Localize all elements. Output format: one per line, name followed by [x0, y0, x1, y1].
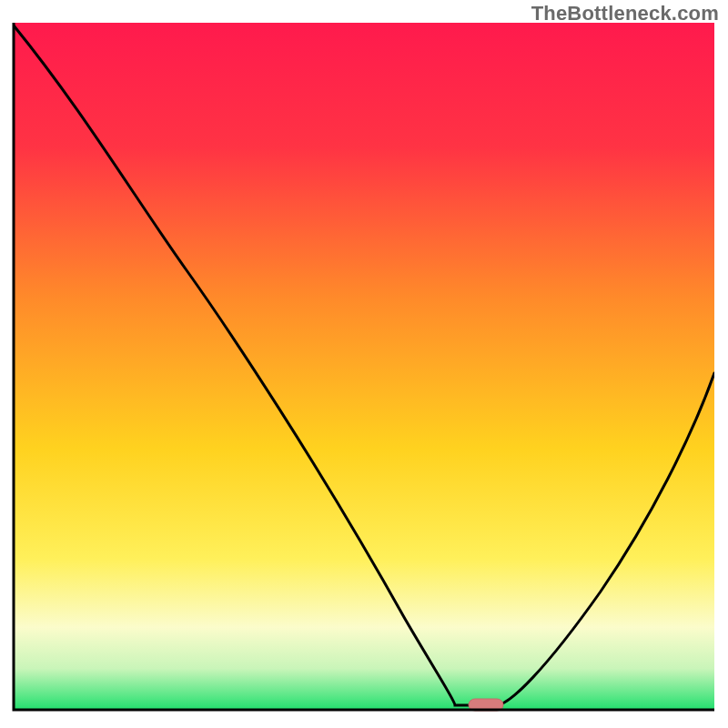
watermark-text: TheBottleneck.com: [531, 2, 719, 25]
chart-stage: TheBottleneck.com: [0, 0, 728, 728]
gradient-background: [14, 23, 714, 710]
bottleneck-chart: [0, 0, 728, 728]
